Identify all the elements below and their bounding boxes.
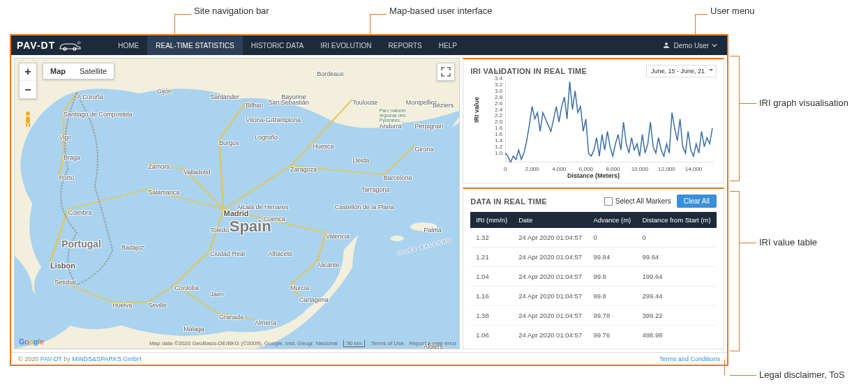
city-label: Cuenca xyxy=(264,215,285,222)
table-cell: 1.16 xyxy=(470,287,513,306)
map-terms-link[interactable]: Terms of Use xyxy=(371,340,403,347)
callout-map: Map-based user interface xyxy=(389,6,492,16)
city-label: Logroño xyxy=(255,134,278,141)
city-label: Huesca xyxy=(313,143,334,150)
nav-item-help[interactable]: HELP xyxy=(431,36,465,55)
select-all-label: Select All Markers xyxy=(615,197,671,205)
city-label: Jaén xyxy=(210,291,224,298)
city-label: Valencia xyxy=(326,233,350,240)
right-column: IRI VALIDATION IN REAL TIME June, 15 - J… xyxy=(463,58,724,349)
x-tick: 14,000 xyxy=(685,166,702,172)
iri-line-chart[interactable]: IRI value 1.01.21.41.61.82.02.22.42.62.8… xyxy=(488,82,714,172)
region-parc: Parc naturel régional des Pyrénées… xyxy=(379,108,421,123)
table-row[interactable]: 1.0624 Apr 2020 01:04:5799.76498.98 xyxy=(470,326,717,344)
map-type-map[interactable]: Map xyxy=(43,63,73,79)
nav-item-historic-data[interactable]: HISTORIC DATA xyxy=(243,36,313,55)
app-body: + − MapSatellite Spain Portugal ILLES BA… xyxy=(11,55,727,352)
table-column-header[interactable]: Date xyxy=(513,212,588,228)
table-column-header[interactable]: Advance (m) xyxy=(588,212,636,228)
map-type-satellite[interactable]: Satellite xyxy=(73,63,114,79)
city-label: Cartagena xyxy=(299,296,329,303)
date-range-picker[interactable]: June, 15 - June, 21 xyxy=(646,65,717,77)
table-column-header[interactable]: Distance from Start (m) xyxy=(636,212,717,228)
callout-legal: Legal disclaimer, ToS xyxy=(759,369,845,380)
city-label: San Sebastián xyxy=(268,99,309,106)
logo[interactable]: PAV-DT xyxy=(17,40,82,51)
x-tick: 0 xyxy=(504,166,507,172)
data-table-scroll[interactable]: IRI (mm/n)DateAdvance (m)Distance from S… xyxy=(470,212,717,343)
table-cell: 199.64 xyxy=(636,267,717,287)
city-label: Huelva xyxy=(112,302,132,309)
x-tick: 10,000 xyxy=(631,166,648,172)
city-label: Porto xyxy=(59,174,75,181)
y-tick: 1.0 xyxy=(495,150,502,156)
google-logo: Google xyxy=(19,337,44,346)
zoom-in-button[interactable]: + xyxy=(20,63,36,81)
y-tick: 1.2 xyxy=(495,144,502,150)
fullscreen-icon xyxy=(441,67,451,77)
chart-y-label: IRI value xyxy=(473,97,480,123)
map-attribution: Map data ©2020 GeoBasis-DE/BKG (©2009), … xyxy=(149,340,456,347)
site-nav: PAV-DT HOMEREAL-TIME STATISTICSHISTORIC … xyxy=(11,36,727,55)
table-row[interactable]: 1.1624 Apr 2020 01:04:5799.8299.44 xyxy=(470,287,717,306)
nav-item-home[interactable]: HOME xyxy=(110,36,147,55)
table-cell: 24 Apr 2020 01:04:57 xyxy=(513,247,588,267)
city-label: Seville xyxy=(148,302,167,309)
pegman-icon[interactable] xyxy=(19,110,37,128)
city-label: Andorra xyxy=(379,123,401,130)
logo-text: PAV-DT xyxy=(17,40,55,51)
city-label: Bordeaux xyxy=(317,70,344,77)
chart-title: IRI VALIDATION IN REAL TIME xyxy=(470,67,587,75)
table-row[interactable]: 1.3224 Apr 2020 01:04:5700 xyxy=(470,228,717,247)
zoom-out-button[interactable]: − xyxy=(20,81,36,98)
callout-graph: IRI graph visualisation xyxy=(759,98,848,108)
city-label: A Coruña xyxy=(77,93,103,100)
nav-item-iri-evolution[interactable]: IRI EVOLUTION xyxy=(312,36,380,55)
table-cell: 99.84 xyxy=(636,247,717,267)
svg-rect-5 xyxy=(26,123,27,127)
table-cell: 1.06 xyxy=(470,326,513,344)
zoom-control: + − xyxy=(19,63,37,99)
footer-company-link[interactable]: MINDS&SPARKS GmbH xyxy=(72,356,141,363)
map-type-toggle: MapSatellite xyxy=(43,63,114,79)
y-tick: 3.2 xyxy=(495,81,502,87)
y-tick: 3.0 xyxy=(495,87,502,93)
user-menu[interactable]: Demo User xyxy=(658,41,721,49)
city-label: Almería xyxy=(255,319,276,326)
city-label: Madrid xyxy=(223,209,248,218)
select-all-checkbox[interactable]: Select All Markers xyxy=(604,197,671,206)
nav-item-reports[interactable]: REPORTS xyxy=(380,36,431,55)
map-attr-text: Map data ©2020 GeoBasis-DE/BKG (©2009), … xyxy=(149,340,338,347)
checkbox-icon xyxy=(604,197,613,206)
city-label: Santander xyxy=(210,93,239,100)
city-label: Málaga xyxy=(184,326,204,333)
table-column-header[interactable]: IRI (mm/n) xyxy=(470,212,513,228)
svg-rect-4 xyxy=(26,116,30,123)
app-window: PAV-DT HOMEREAL-TIME STATISTICSHISTORIC … xyxy=(10,34,728,366)
footer-terms-link[interactable]: Terms and Conditions xyxy=(659,356,720,363)
footer-product-link[interactable]: PAV-DT xyxy=(40,356,62,363)
city-label: Braga xyxy=(63,154,80,161)
clear-all-button[interactable]: Clear All xyxy=(677,194,717,208)
table-row[interactable]: 1.0424 Apr 2020 01:04:5799.8199.64 xyxy=(470,267,717,287)
table-cell: 24 Apr 2020 01:04:57 xyxy=(513,228,588,247)
svg-rect-6 xyxy=(29,123,30,127)
city-label: Valladolid xyxy=(184,169,210,176)
city-label: Lisbon xyxy=(50,261,75,270)
table-row[interactable]: 1.2124 Apr 2020 01:04:5799.8499.84 xyxy=(470,247,717,267)
callout-nav: Site navigation bar xyxy=(194,6,269,16)
callout-user: User menu xyxy=(710,6,755,16)
city-label: Lleida xyxy=(352,157,369,164)
fullscreen-button[interactable] xyxy=(437,63,455,81)
map-pane[interactable]: + − MapSatellite Spain Portugal ILLES BA… xyxy=(14,58,460,349)
footer-copyright: © 2020 PAV-DT by MINDS&SPARKS GmbH xyxy=(18,356,142,363)
y-tick: 2.8 xyxy=(495,93,502,100)
table-cell: 0 xyxy=(636,228,717,247)
country-label-portugal: Portugal xyxy=(61,238,101,250)
nav-item-real-time-statistics[interactable]: REAL-TIME STATISTICS xyxy=(147,36,242,55)
table-cell: 99.84 xyxy=(588,247,636,267)
x-tick: 2,000 xyxy=(525,166,539,172)
table-row[interactable]: 1.3824 Apr 2020 01:04:5799.78399.22 xyxy=(470,306,717,326)
map-report-link[interactable]: Report a map error xyxy=(410,340,457,347)
city-label: Barcelona xyxy=(384,174,412,181)
